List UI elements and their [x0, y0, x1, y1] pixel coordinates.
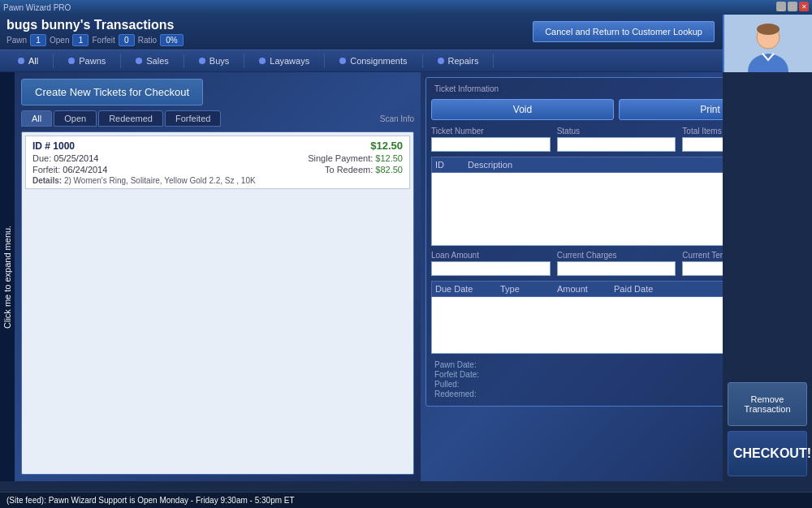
expand-menu-label[interactable]: Click me to expand menu. — [0, 72, 15, 481]
tab-all[interactable]: All — [3, 54, 54, 68]
tab-consignments[interactable]: Consignments — [325, 54, 422, 68]
tab-sales-label: Sales — [146, 56, 169, 66]
loan-amount-input[interactable] — [431, 261, 551, 276]
ticket-header: ID # 1000 $12.50 — [32, 140, 403, 152]
tab-buys-dot — [199, 58, 205, 64]
status-field: Status — [557, 127, 676, 152]
app-title: Pawn Wizard PRO — [3, 3, 71, 12]
items-id-header: ID — [435, 160, 468, 170]
tab-layaways-dot — [259, 58, 266, 64]
due-date: 05/25/2014 — [54, 153, 98, 163]
filter-open[interactable]: Open — [54, 110, 97, 127]
tab-consignments-dot — [339, 58, 346, 64]
title-bar: Pawn Wizard PRO _ □ ✕ — [0, 0, 812, 15]
redeem-label: To Redeem: — [325, 165, 373, 174]
forfeit-date-label: Forfeit Date: — [434, 370, 479, 379]
current-charges-label: Current Charges — [557, 251, 676, 260]
window-controls: _ □ ✕ — [776, 2, 809, 11]
current-charges-field: Current Charges — [557, 251, 676, 276]
status-input[interactable] — [557, 137, 676, 152]
status-bar: (Site feed): Pawn Wizard Support is Open… — [0, 492, 812, 508]
open-label: Open — [50, 36, 69, 45]
header-left: bugs bunny's Transactions Pawn 1 Open 1 … — [6, 18, 184, 46]
ticket-forfeit-row: Forfeit: 06/24/2014 To Redeem: $82.50 — [32, 165, 403, 174]
ticket-list: ID # 1000 $12.50 Due: 05/25/2014 Single … — [21, 131, 414, 475]
type-header: Type — [500, 284, 557, 294]
create-tickets-button[interactable]: Create New Tickets for Checkout — [21, 79, 203, 105]
amount-header: Amount — [557, 284, 614, 294]
pulled-label: Pulled: — [434, 380, 460, 389]
items-desc-header: Description — [468, 160, 732, 170]
tab-sales-dot — [136, 58, 142, 64]
tab-all-dot — [18, 58, 24, 64]
filter-redeemed[interactable]: Redeemed — [98, 110, 163, 127]
svg-point-1 — [757, 24, 780, 35]
main-layout: Click me to expand menu. Create New Tick… — [0, 72, 812, 481]
ticket-number-label: Ticket Number — [431, 127, 551, 136]
forfeit-value: 0 — [119, 34, 135, 46]
due-date-header: Due Date — [435, 284, 500, 294]
ticket-due-row: Due: 05/25/2014 Single Payment: $12.50 — [32, 153, 403, 163]
details-label: Details: — [32, 176, 62, 185]
header: bugs bunny's Transactions Pawn 1 Open 1 … — [0, 15, 812, 50]
remove-transaction-button[interactable]: Remove Transaction — [728, 382, 807, 426]
cancel-button[interactable]: Cancel and Return to Customer Lookup — [533, 21, 715, 42]
ticket-id: ID # 1000 — [32, 140, 75, 152]
loan-amount-label: Loan Amount — [431, 251, 551, 260]
avatar-icon — [740, 19, 797, 75]
loan-amount-field: Loan Amount — [431, 251, 551, 276]
current-charges-input[interactable] — [557, 261, 676, 276]
pawn-label: Pawn — [6, 36, 27, 45]
details-text: 2) Women's Ring, Solitaire, Yellow Gold … — [64, 176, 256, 185]
ticket-item[interactable]: ID # 1000 $12.50 Due: 05/25/2014 Single … — [25, 136, 410, 189]
payment-value: $12.50 — [375, 153, 403, 163]
filter-all-label: All — [32, 114, 41, 123]
ticket-number-field: Ticket Number — [431, 127, 551, 152]
redeem-value: $82.50 — [375, 165, 403, 174]
void-button[interactable]: Void — [431, 99, 614, 120]
ticket-due: Due: 05/25/2014 — [32, 153, 98, 163]
page-title: bugs bunny's Transactions — [6, 18, 184, 32]
ticket-forfeit: Forfeit: 06/24/2014 — [32, 165, 107, 174]
tab-pawns[interactable]: Pawns — [54, 54, 121, 68]
filter-redeemed-label: Redeemed — [109, 114, 153, 123]
tab-all-label: All — [28, 56, 38, 66]
ticket-total-amount: $12.50 — [370, 140, 403, 152]
ticket-redeem: To Redeem: $82.50 — [325, 165, 403, 174]
forfeit-date: 06/24/2014 — [63, 165, 107, 174]
ticket-details: Details: 2) Women's Ring, Solitaire, Yel… — [32, 176, 403, 185]
tab-pawns-dot — [68, 58, 75, 64]
tab-sales[interactable]: Sales — [121, 54, 184, 68]
pawn-date-label: Pawn Date: — [434, 360, 477, 369]
minimize-button[interactable]: _ — [776, 2, 786, 11]
filter-forfeited[interactable]: Forfeited — [165, 110, 221, 127]
left-panel: Create New Tickets for Checkout All Open… — [15, 72, 421, 481]
close-button[interactable]: ✕ — [799, 2, 809, 11]
ratio-label: Ratio — [138, 36, 157, 45]
ticket-info-title: Ticket Information — [431, 84, 502, 94]
tab-buys-label: Buys — [209, 56, 229, 66]
tab-consignments-label: Consignments — [350, 56, 407, 66]
tab-repairs[interactable]: Repairs — [423, 54, 495, 68]
due-label: Due: — [32, 153, 51, 163]
tab-pawns-label: Pawns — [79, 56, 106, 66]
ratio-value: 0% — [160, 34, 183, 46]
filter-tabs: All Open Redeemed Forfeited Scan Info — [21, 110, 414, 127]
redeemed-label: Redeemed: — [434, 390, 477, 398]
maximize-button[interactable]: □ — [788, 2, 797, 11]
forfeit-label: Forfeit: — [32, 165, 60, 174]
open-value: 1 — [72, 34, 89, 46]
status-label: Status — [557, 127, 676, 136]
ticket-payment: Single Payment: $12.50 — [308, 153, 403, 163]
filter-all[interactable]: All — [21, 110, 52, 127]
tab-repairs-label: Repairs — [448, 56, 479, 66]
forfeit-label: Forfeit — [92, 36, 114, 45]
payment-label: Single Payment: — [308, 153, 373, 163]
ticket-number-input[interactable] — [431, 137, 551, 152]
tab-buys[interactable]: Buys — [184, 54, 244, 68]
tab-layaways[interactable]: Layaways — [244, 54, 325, 68]
scan-info: Scan Info — [380, 114, 414, 123]
checkout-button[interactable]: CHECKOUT! — [728, 431, 807, 476]
tab-layaways-label: Layaways — [270, 56, 309, 66]
tab-repairs-dot — [438, 58, 444, 64]
